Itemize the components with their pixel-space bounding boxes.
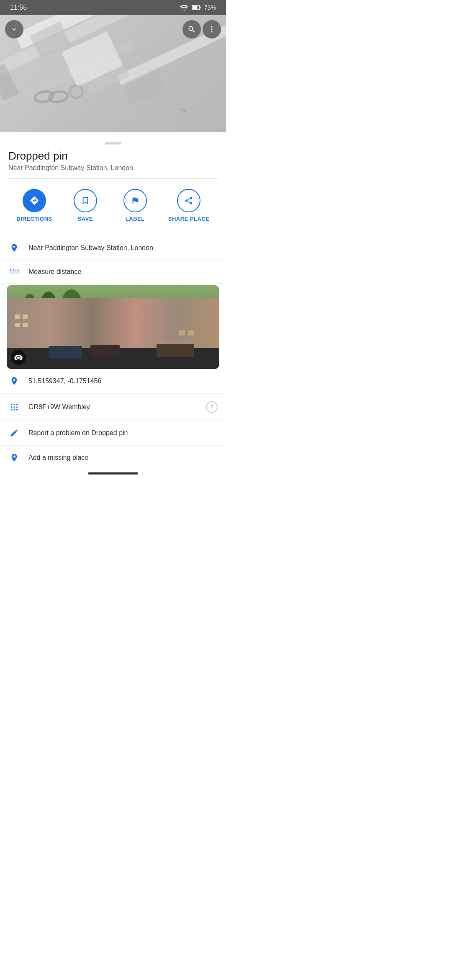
home-indicator [88, 472, 138, 475]
svg-point-18 [13, 406, 15, 408]
save-label: SAVE [78, 216, 93, 222]
add-place-text: Add a missing place [28, 454, 218, 462]
add-place-row[interactable]: Add a missing place [0, 446, 226, 470]
info-panel: Dropped pin Near Paddington Subway Stati… [0, 132, 226, 229]
svg-point-22 [16, 409, 18, 411]
svg-point-14 [11, 404, 13, 405]
save-circle [74, 189, 97, 212]
battery-icon [192, 5, 201, 10]
svg-rect-3 [192, 6, 197, 9]
label-label: LABEL [126, 216, 145, 222]
street-view-eye-icon [11, 350, 26, 365]
share-circle [177, 189, 200, 212]
status-bar: 11:55 73% [0, 0, 226, 15]
place-title: Dropped pin [8, 150, 218, 162]
measure-row[interactable]: Measure distance [0, 260, 226, 284]
location-row: Near Paddington Subway Station, London [0, 236, 226, 260]
map-area: % [0, 15, 226, 132]
bottom-bar [0, 470, 226, 480]
svg-point-17 [11, 406, 13, 408]
svg-point-6 [211, 31, 212, 32]
drag-handle[interactable] [105, 142, 121, 144]
more-options-button[interactable] [203, 20, 221, 39]
location-text: Near Paddington Subway Station, London [28, 244, 218, 252]
save-action[interactable]: SAVE [69, 189, 102, 222]
pluscode-icon [8, 402, 20, 412]
svg-point-21 [13, 409, 15, 411]
pluscode-text: GR8F+9W Wembley [28, 403, 198, 411]
svg-rect-7 [9, 271, 20, 273]
back-button[interactable] [5, 20, 23, 39]
report-text: Report a problem on Dropped pin [28, 429, 218, 437]
status-time: 11:55 [10, 4, 27, 11]
coordinates-row: 51.5159347, -0.1751456 [0, 369, 226, 394]
pluscode-help-button[interactable]: ? [206, 401, 218, 413]
svg-point-19 [16, 406, 18, 408]
label-action[interactable]: LABEL [118, 189, 152, 222]
svg-point-20 [11, 409, 13, 411]
ruler-icon [8, 268, 20, 275]
svg-point-16 [16, 404, 18, 405]
label-circle [123, 189, 147, 212]
wifi-icon [180, 5, 188, 10]
measure-text: Measure distance [28, 268, 218, 276]
directions-label: DIRECTIONS [17, 216, 52, 222]
actions-row: DIRECTIONS SAVE LABEL [8, 186, 218, 229]
place-subtitle: Near Paddington Subway Station, London [8, 164, 218, 172]
svg-rect-2 [200, 7, 200, 9]
pluscode-row: GR8F+9W Wembley ? [0, 394, 226, 421]
divider-top [8, 178, 218, 179]
share-label: SHARE PLACE [168, 216, 210, 222]
svg-point-4 [211, 26, 212, 28]
status-icons: 73% [180, 4, 216, 11]
battery-percent: 73% [204, 4, 216, 11]
svg-point-15 [13, 404, 15, 405]
coordinates-text: 51.5159347, -0.1751456 [28, 377, 218, 385]
info-rows: Near Paddington Subway Station, London M… [0, 236, 226, 470]
report-row[interactable]: Report a problem on Dropped pin [0, 421, 226, 446]
directions-action[interactable]: DIRECTIONS [17, 189, 52, 222]
edit-icon [8, 428, 20, 438]
divider-actions [8, 229, 218, 229]
street-view[interactable] [7, 285, 219, 369]
share-action[interactable]: SHARE PLACE [168, 189, 210, 222]
svg-point-5 [211, 28, 212, 30]
location-pin-icon [8, 243, 20, 253]
pin-plus-icon [8, 453, 20, 462]
svg-point-0 [183, 10, 185, 11]
search-button[interactable] [182, 20, 201, 39]
coordinates-pin-icon [8, 377, 20, 386]
directions-circle [23, 189, 46, 212]
